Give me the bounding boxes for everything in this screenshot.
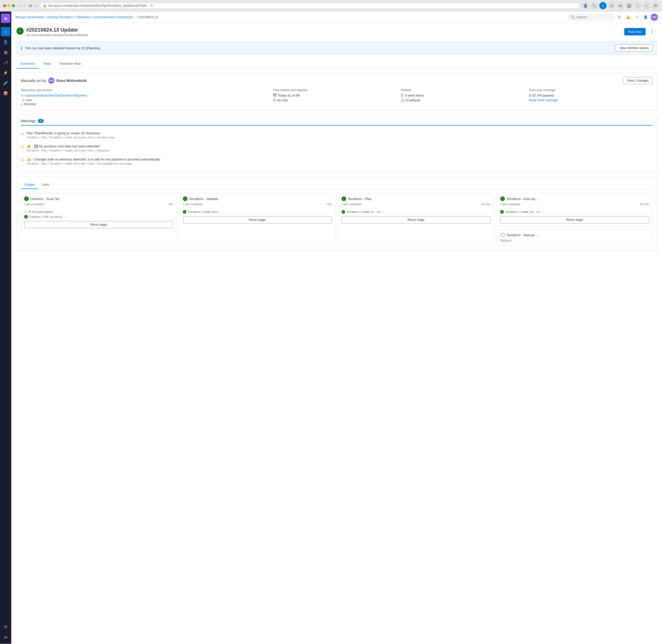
- page-title-text: #20210824.13 Update on russmckendrick.De…: [26, 27, 88, 37]
- tab-summary[interactable]: Summary: [17, 59, 39, 69]
- ext3-icon[interactable]: 🎧: [625, 2, 633, 9]
- artifacts-icon: 📋: [401, 98, 405, 102]
- breadcrumb-org[interactable]: devops-mckendrick: [16, 15, 44, 19]
- stage-check-icon-3: ✓: [500, 197, 505, 201]
- add-tab-icon[interactable]: +: [643, 2, 650, 9]
- tests-passed-row: ⊘ 87.5% passed: [529, 93, 653, 97]
- page-header: ✓ #20210824.13 Update on russmckendrick.…: [17, 27, 657, 37]
- meta-related: Related 🗒 0 work items 📋 0 artifacts: [401, 88, 524, 106]
- nav-forward-button[interactable]: ›: [22, 3, 26, 8]
- job-row-text-1: Terraform > install, init a... ...: [188, 210, 223, 213]
- warning-path-1: Terraform - Plan • Terraform > install, …: [27, 149, 109, 152]
- main-content: devops-mckendrick / DevOpsTerraform / Pi…: [11, 12, 662, 644]
- stage-tab-stages[interactable]: Stages: [21, 181, 38, 189]
- sidebar-icon-home[interactable]: ⌂: [1, 27, 10, 36]
- nav-account-icon[interactable]: 👤: [642, 14, 649, 21]
- sidebar-icon-pipelines[interactable]: ⚡: [1, 68, 10, 77]
- summary-card: Manually run by RM Russ McKendrick View …: [17, 73, 657, 110]
- stage-name-1: Terraform - Validate: [189, 197, 218, 201]
- nav-back-button[interactable]: ‹: [18, 3, 21, 8]
- stage-card-header-0: ✓ Checkov - Scan Ter...: [24, 197, 173, 201]
- sidebar-icon-expand[interactable]: ≫: [1, 632, 10, 642]
- setup-coverage-link[interactable]: Setup code coverage: [529, 98, 653, 102]
- sidebar-azure-logo[interactable]: ◈: [1, 14, 10, 23]
- nav-help-icon[interactable]: ?: [633, 14, 640, 21]
- workitems-icon: 🗒: [401, 93, 404, 97]
- stage-card-header-3: ✓ Terraform - Auto Ap...: [500, 197, 649, 201]
- sidebar-icon-user[interactable]: 👤: [1, 37, 10, 46]
- commit-icon: ◇: [21, 102, 23, 106]
- dot-close[interactable]: [3, 4, 6, 7]
- warning-msg-1: 💰 - ℹ️ No previous cost data has been de…: [27, 144, 109, 148]
- breadcrumb-pipelines[interactable]: Pipelines: [76, 15, 90, 19]
- stage-card-2: ✓ Terraform - Plan 1 job completed 1m 41…: [338, 193, 494, 246]
- stage-tab-jobs[interactable]: Jobs: [38, 181, 52, 189]
- warning-content-1: 💰 - ℹ️ No previous cost data has been de…: [27, 144, 109, 152]
- breadcrumb-run-id: 20210824.13: [138, 15, 158, 19]
- user-avatar[interactable]: RM: [651, 14, 658, 21]
- stages-section: Stages Jobs ✓ Checkov - Scan Ter... 1 jo…: [17, 176, 657, 250]
- sidebar-icon-settings[interactable]: ⚙: [1, 622, 10, 631]
- tab-terraform-plan[interactable]: Terraform Plan: [55, 59, 85, 69]
- nav-notification-icon[interactable]: 🔔: [624, 14, 632, 21]
- stage-name-2: Terraform - Plan: [348, 197, 371, 201]
- stage-job-row-3: ✓ Terraform > install, init... 1m ...: [500, 210, 649, 214]
- azure-icon[interactable]: A: [599, 2, 607, 9]
- dot-minimize[interactable]: [7, 4, 10, 7]
- stage-meta-3: 1 job completed 1m 35s: [500, 203, 649, 206]
- time-label: Time started and elapsed: [273, 88, 396, 92]
- jobs-completed-3: 1 job completed: [500, 203, 520, 206]
- tab-tests[interactable]: Tests: [39, 59, 55, 69]
- windows-icon[interactable]: ⧉: [652, 2, 659, 9]
- tests-label: Tests and coverage: [529, 88, 653, 92]
- run-new-button[interactable]: Run new: [624, 28, 645, 36]
- warnings-header: Warnings 3: [21, 119, 653, 125]
- warnings-count: 3: [38, 119, 44, 123]
- stage-meta-0: 1 job completed 33s: [24, 203, 173, 206]
- search-input[interactable]: [576, 15, 611, 19]
- warning-icon-1: ⚠: [21, 144, 24, 149]
- account-icon[interactable]: 👤: [582, 2, 589, 9]
- summary-meta: Repository and version ⊙ russmckendrick/…: [21, 88, 653, 106]
- meta-time: Time started and elapsed 📅 Today at 14:4…: [273, 88, 396, 106]
- sidebar-icon-boards[interactable]: ▦: [1, 47, 10, 57]
- dot-maximize[interactable]: [12, 4, 15, 7]
- view-retention-button[interactable]: View retention leases: [616, 44, 653, 52]
- rerun-button-0[interactable]: Rerun stage: [24, 221, 173, 228]
- job-row-text-0: Checkov > Pull, run and p... ...: [29, 215, 67, 218]
- app-layout: ◈ ⌂ 👤 ▦ ⎇ ⚡ 🧪 📦 ⚙ ≫ devops-mckendrick / …: [0, 12, 662, 644]
- nav-list-icon[interactable]: ☰: [616, 14, 623, 21]
- sidebar-icon-repos[interactable]: ⎇: [1, 58, 10, 67]
- ext2-icon[interactable]: ⚙: [617, 2, 624, 9]
- stage-duration-1: 25s: [327, 203, 332, 206]
- address-bar[interactable]: 🔒 dev.azure.com/devops-mckendrick/DevOps…: [40, 3, 580, 9]
- warning-icon-0: ⚠: [21, 132, 24, 136]
- rerun-button-3[interactable]: Rerun stage: [500, 216, 649, 223]
- rerun-button-2[interactable]: Rerun stage: [342, 216, 490, 223]
- page-title: #20210824.13 Update: [26, 27, 88, 33]
- breadcrumb-pipeline-name[interactable]: russmckendrick.DevOpsTe...: [93, 15, 135, 19]
- manually-run-label: Manually run by: [21, 78, 46, 83]
- breadcrumb-sep1: /: [45, 15, 46, 19]
- header-actions: Run new ⋮: [624, 27, 657, 36]
- warning-content-2: 👍 - Changes with no destroys detected, i…: [27, 157, 160, 165]
- sidebar-icon-artifacts[interactable]: 📦: [1, 89, 10, 98]
- sidebar-icon-test[interactable]: 🧪: [1, 78, 10, 88]
- artifacts-count: 0 artifacts: [406, 98, 420, 102]
- more-options-button[interactable]: ⋮: [647, 27, 657, 36]
- share-icon[interactable]: ↑: [634, 2, 641, 9]
- breadcrumb-project[interactable]: DevOpsTerraform: [47, 15, 74, 19]
- search-box: 🔍: [568, 14, 614, 20]
- grammarly-icon[interactable]: G: [608, 2, 615, 9]
- repo-link[interactable]: ⊙ russmckendrick/DevOpsTerraformPipeline: [21, 93, 269, 97]
- warning-item-1: ⚠ 💰 - ℹ️ No previous cost data has been …: [21, 142, 653, 155]
- stage-skip-icon-3: ?: [500, 233, 505, 237]
- jobs-completed-1: 1 job completed: [183, 203, 203, 206]
- stage-card-header-2: ✓ Terraform - Plan: [342, 197, 490, 201]
- extension-icon[interactable]: 🔧: [591, 2, 598, 9]
- view-changes-button[interactable]: View 2 changes: [623, 77, 653, 84]
- repo-icon: ⊙: [21, 93, 24, 97]
- stage-name-3: Terraform - Auto Ap...: [506, 197, 538, 201]
- meta-tests: Tests and coverage ⊘ 87.5% passed Setup …: [529, 88, 653, 106]
- rerun-button-1[interactable]: Rerun stage: [183, 216, 332, 223]
